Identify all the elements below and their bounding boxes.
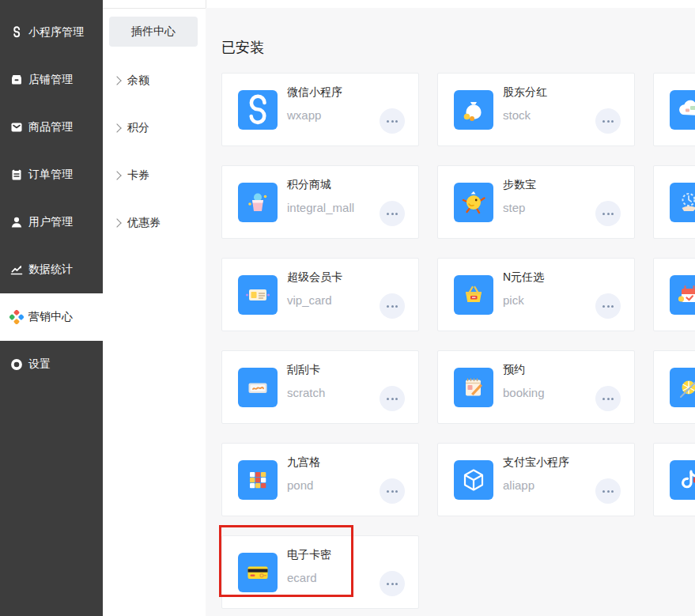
card-more-button[interactable] (595, 201, 621, 226)
chevron-right-icon (112, 123, 121, 132)
plugin-card-id: pond (287, 478, 313, 492)
card-more-button[interactable] (380, 386, 405, 411)
step-icon (454, 183, 493, 222)
card-more-button[interactable] (380, 201, 405, 226)
wechat-miniprogram-icon (238, 90, 278, 130)
sidebar-item-label: 订单管理 (28, 168, 73, 182)
plugin-card-title: 电子卡密 (287, 548, 331, 562)
main-sidebar: 小程序管理 店铺管理 商品管理 订单管理 用户管理 数据统计 营销中心 设置 (0, 0, 103, 616)
vip-card-icon (238, 275, 278, 315)
plugin-sidebar-item[interactable]: 卡券 (103, 152, 206, 199)
sidebar-item[interactable]: 订单管理 (0, 151, 103, 198)
plugin-card[interactable] (653, 258, 695, 331)
orders-icon (9, 168, 24, 182)
marketing-icon (9, 310, 24, 324)
settings-icon (9, 357, 24, 372)
calendar-plugin-icon (670, 275, 695, 315)
plugin-sidebar-item[interactable]: 优惠券 (103, 199, 206, 247)
plugin-card[interactable]: 刮刮卡 scratch (221, 350, 419, 424)
ellipsis-icon (387, 120, 398, 123)
plugin-sidebar-item[interactable]: 积分 (103, 104, 206, 152)
scratch-icon (238, 368, 278, 407)
plugin-sidebar-item-label: 优惠券 (127, 216, 161, 230)
plugin-card-id: vip_card (287, 293, 332, 307)
plugin-card-title: 微信小程序 (287, 85, 342, 100)
plugin-card[interactable]: 步数宝 step (437, 165, 635, 239)
plugin-card[interactable] (653, 73, 695, 146)
sidebar-item[interactable]: 用户管理 (0, 198, 103, 246)
sidebar-item-label: 商品管理 (28, 120, 73, 134)
users-icon (9, 215, 24, 229)
card-more-button[interactable] (380, 108, 405, 134)
ellipsis-icon (602, 398, 614, 400)
card-more-button[interactable] (595, 293, 621, 319)
plugin-card[interactable]: 预约 booking (437, 350, 635, 424)
plugin-grid: 微信小程序 wxapp 股东分红 stock (221, 73, 695, 609)
sidebar-item-label: 营销中心 (28, 310, 73, 324)
card-more-button[interactable] (595, 108, 621, 134)
goods-icon (9, 120, 24, 134)
clock-plugin-icon (670, 183, 695, 222)
ecard-icon (238, 553, 278, 592)
plugin-sidebar-menu: 余额 积分 卡券 优惠券 (103, 57, 206, 247)
plugin-sidebar: 插件中心 余额 积分 卡券 优惠券 (103, 0, 206, 616)
sidebar-item-label: 小程序管理 (28, 25, 84, 40)
sidebar-item[interactable]: 营销中心 (0, 293, 103, 341)
ellipsis-icon (602, 305, 614, 308)
ellipsis-icon (602, 120, 614, 123)
ellipsis-icon (387, 583, 398, 585)
ellipsis-icon (387, 305, 398, 308)
plugin-center-button[interactable]: 插件中心 (109, 17, 198, 47)
card-more-button[interactable] (595, 386, 621, 411)
plugin-card[interactable]: 超级会员卡 vip_card (221, 258, 419, 331)
plugin-card-id: pick (503, 293, 524, 307)
booking-icon (454, 368, 493, 407)
alipay-icon (454, 460, 493, 500)
card-more-button[interactable] (595, 478, 621, 504)
card-more-button[interactable] (380, 571, 405, 596)
plugin-card[interactable]: 九宫格 pond (221, 443, 419, 516)
stats-icon (9, 263, 24, 277)
plugin-card-title: 刮刮卡 (287, 363, 320, 377)
plugin-card-id: stock (503, 108, 531, 122)
plugin-sidebar-item-label: 卡券 (127, 168, 149, 183)
plugin-sidebar-item-label: 积分 (127, 121, 149, 135)
sidebar-item-label: 设置 (28, 357, 51, 372)
sidebar-item[interactable]: 设置 (0, 341, 103, 388)
plugin-card[interactable]: N元任选 pick (437, 258, 635, 331)
plugin-card[interactable]: 电子卡密 ecard (221, 535, 419, 609)
douyin-plugin-icon (670, 460, 695, 500)
plugin-card-id: aliapp (503, 478, 534, 492)
plugin-card-id: integral_mall (287, 201, 354, 214)
chevron-right-icon (112, 218, 121, 227)
card-more-button[interactable] (380, 478, 405, 504)
plugin-card-title: N元任选 (503, 270, 544, 285)
plugin-card[interactable] (653, 165, 695, 239)
plugin-sidebar-item[interactable]: 余额 (103, 57, 206, 104)
plugin-card[interactable] (653, 443, 695, 516)
grid-icon (238, 460, 278, 500)
ellipsis-icon (602, 490, 614, 493)
plugin-card-title: 九宫格 (287, 455, 320, 470)
ellipsis-icon (387, 213, 398, 215)
plugin-card[interactable] (653, 350, 695, 424)
sidebar-item[interactable]: 商品管理 (0, 104, 103, 151)
stock-icon (454, 90, 493, 130)
plugin-card[interactable]: 股东分红 stock (437, 73, 635, 146)
sidebar-item[interactable]: 店铺管理 (0, 56, 103, 104)
plugin-card-title: 支付宝小程序 (503, 455, 569, 470)
plugin-card[interactable]: 微信小程序 wxapp (221, 73, 419, 146)
plugin-card[interactable]: 积分商城 integral_mall (221, 165, 419, 239)
plugin-card[interactable]: 支付宝小程序 aliapp (437, 443, 635, 516)
card-more-button[interactable] (380, 293, 405, 319)
plugin-card-id: scratch (287, 386, 325, 399)
lemon-plugin-icon (670, 368, 695, 407)
plugin-card-id: step (503, 201, 525, 214)
integral-mall-icon (238, 183, 278, 222)
plugin-card-id: ecard (287, 571, 317, 584)
ellipsis-icon (387, 398, 398, 400)
sidebar-item[interactable]: 小程序管理 (0, 9, 103, 56)
plugin-card-id: booking (503, 386, 545, 399)
cloud-plugin-icon (670, 90, 695, 130)
sidebar-item[interactable]: 数据统计 (0, 246, 103, 293)
